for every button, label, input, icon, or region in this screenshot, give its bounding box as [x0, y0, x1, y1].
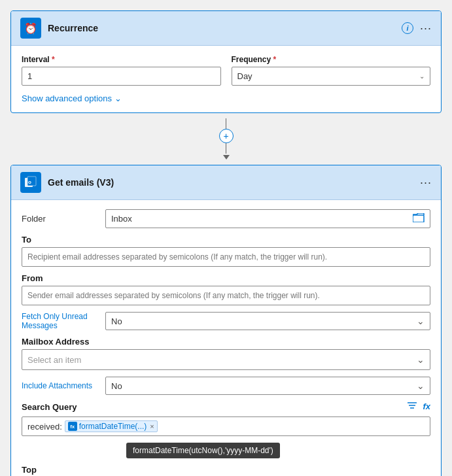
interval-input[interactable]: [22, 67, 221, 86]
fetch-unread-chevron-icon: ⌄: [417, 316, 425, 326]
interval-group: Interval *: [22, 55, 221, 86]
recurrence-actions: i ···: [402, 22, 432, 35]
include-attachments-select[interactable]: No ⌄: [105, 377, 430, 395]
token-text: formatDateTime(...): [79, 422, 147, 431]
to-input[interactable]: [22, 247, 430, 267]
search-query-header: Search Query fx: [22, 401, 430, 413]
search-query-field[interactable]: received: fx formatDateTime(...) ×: [22, 416, 430, 436]
getemails-card: o Get emails (V3) ··· Folder Inbox: [10, 165, 442, 476]
recurrence-fields: Interval * Frequency * Day ⌄: [22, 55, 430, 86]
connector-line-bottom: [226, 143, 226, 154]
interval-label: Interval *: [22, 55, 221, 64]
include-attachments-row: Include Attachments No ⌄: [22, 377, 430, 395]
recurrence-body: Interval * Frequency * Day ⌄ Show advanc…: [11, 46, 441, 112]
formula-tooltip: formatDateTime(utcNow(),'yyyy-MM-dd'): [126, 443, 280, 458]
folder-label: Folder: [22, 214, 100, 224]
from-section: From: [22, 273, 430, 312]
include-attachments-chevron-icon: ⌄: [417, 381, 425, 391]
fx-icon[interactable]: fx: [423, 401, 430, 413]
frequency-group: Frequency * Day ⌄: [232, 55, 431, 86]
info-icon[interactable]: i: [402, 22, 413, 34]
include-attachments-label: Include Attachments: [22, 381, 100, 390]
from-label: From: [22, 273, 430, 283]
frequency-label: Frequency *: [232, 55, 431, 64]
search-query-token[interactable]: fx formatDateTime(...) ×: [65, 420, 158, 432]
svg-text:o: o: [28, 179, 31, 185]
advanced-chevron-icon: ⌄: [114, 94, 122, 103]
filter-icon[interactable]: [407, 401, 417, 413]
frequency-chevron-icon: ⌄: [419, 73, 425, 80]
mailbox-label: Mailbox Address: [22, 337, 430, 347]
folder-input[interactable]: Inbox: [105, 209, 430, 228]
include-attachments-value: No: [111, 381, 417, 391]
search-query-icons: fx: [407, 401, 430, 413]
search-query-label: Search Query: [22, 402, 407, 412]
folder-icon: [413, 213, 425, 224]
token-close-icon[interactable]: ×: [150, 422, 154, 430]
top-section: Top: [22, 465, 430, 476]
folder-row: Folder Inbox: [22, 209, 430, 228]
token-icon: fx: [68, 422, 77, 431]
getemails-body: Folder Inbox To From Fetch Only: [11, 200, 441, 476]
fetch-unread-value: No: [111, 316, 417, 326]
from-input[interactable]: [22, 286, 430, 305]
mailbox-placeholder: Select an item: [27, 355, 417, 365]
frequency-select[interactable]: Day ⌄: [232, 67, 431, 86]
svg-rect-3: [413, 215, 424, 222]
recurrence-title: Recurrence: [48, 23, 395, 33]
outlook-icon: o: [24, 176, 37, 189]
frequency-value: Day: [237, 71, 420, 81]
recurrence-card: ⏰ Recurrence i ··· Interval * Frequency …: [10, 10, 442, 113]
search-query-prefix: received:: [27, 422, 62, 432]
getemails-actions: ···: [420, 176, 432, 190]
show-advanced-link[interactable]: Show advanced options ⌄: [22, 94, 430, 103]
mailbox-select[interactable]: Select an item ⌄: [22, 349, 430, 370]
fetch-unread-row: Fetch Only Unread Messages No ⌄: [22, 312, 430, 330]
add-step-button[interactable]: +: [219, 129, 234, 143]
mailbox-section: Mailbox Address Select an item ⌄: [22, 337, 430, 370]
connector-line-top: [226, 118, 226, 129]
connector-arrow-icon: [223, 155, 230, 160]
getemails-more-button[interactable]: ···: [420, 176, 432, 190]
mailbox-chevron-icon: ⌄: [417, 354, 425, 365]
top-label: Top: [22, 465, 430, 475]
folder-value: Inbox: [111, 214, 413, 224]
fetch-unread-select[interactable]: No ⌄: [105, 312, 430, 330]
to-section: To: [22, 235, 430, 273]
getemails-title: Get emails (V3): [48, 177, 413, 188]
getemails-header: o Get emails (V3) ···: [11, 165, 441, 200]
outlook-icon-box: o: [20, 172, 41, 193]
recurrence-header: ⏰ Recurrence i ···: [11, 11, 441, 46]
recurrence-more-button[interactable]: ···: [420, 22, 432, 35]
connector: +: [10, 113, 442, 165]
recurrence-icon: ⏰: [20, 18, 41, 39]
fetch-unread-label: Fetch Only Unread Messages: [22, 312, 100, 330]
to-label: To: [22, 235, 430, 245]
